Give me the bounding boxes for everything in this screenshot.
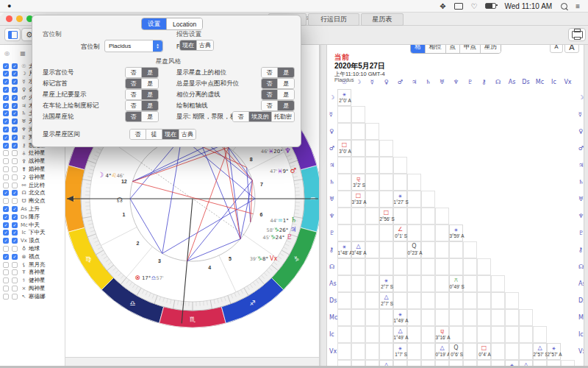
grid-cell[interactable] [351,208,365,224]
grid-cell[interactable] [365,140,379,157]
point-grid-checkbox[interactable] [12,269,18,275]
spotlight-icon[interactable] [561,3,567,10]
point-grid-checkbox[interactable]: ✓ [12,143,18,149]
grid-cell[interactable] [351,326,365,343]
menu-clock[interactable]: Wed 11:10 AM [504,2,552,10]
point-grid-checkbox[interactable] [12,198,18,204]
grid-cell[interactable] [421,191,435,208]
point-grid-checkbox[interactable]: ✓ [12,214,18,220]
aspect-cell[interactable]: □3°0' A [337,140,351,157]
grid-cell[interactable] [491,292,505,309]
window-tab-3[interactable]: 星历表 [361,13,404,26]
point-grid-checkbox[interactable] [12,166,18,172]
point-wheel-checkbox[interactable]: ✓ [3,95,9,101]
grid-cell[interactable] [393,258,407,275]
grid-cell[interactable] [407,258,421,275]
grid-cell[interactable] [351,275,365,292]
aspect-cell[interactable]: Q0°23' A [407,241,421,258]
point-wheel-checkbox[interactable]: ✓ [3,79,9,85]
grid-cell[interactable] [449,292,463,309]
grid-cell[interactable] [519,326,533,343]
point-grid-checkbox[interactable]: ✓ [12,238,18,244]
point-grid-checkbox[interactable]: ✓ [12,135,18,141]
grid-cell[interactable] [351,292,365,309]
grid-cell[interactable] [421,309,435,326]
aspect-cell[interactable]: ⚼3°16' A [435,326,449,343]
toggle-option[interactable]: 是 [278,101,294,110]
point-grid-checkbox[interactable]: ✓ [12,206,18,212]
toggle-option[interactable]: 否 [262,79,278,88]
point-wheel-checkbox[interactable]: ✓ [3,110,9,116]
grid-cell[interactable] [351,309,365,326]
point-grid-checkbox[interactable]: ✓ [12,127,18,132]
grid-cell[interactable] [365,224,379,241]
point-wheel-checkbox[interactable] [3,286,9,291]
grid-cell[interactable] [351,123,365,140]
point-wheel-checkbox[interactable]: ✓ [3,222,9,228]
aspect-cell[interactable]: ⚻0°49' S [449,275,463,292]
point-wheel-checkbox[interactable]: ✓ [3,63,9,69]
point-wheel-checkbox[interactable]: ✓ [3,214,9,220]
point-grid-checkbox[interactable] [12,158,18,164]
grid-cell[interactable] [337,275,351,292]
point-wheel-checkbox[interactable]: ✓ [3,127,9,132]
toggle-option[interactable]: 是 [142,79,158,88]
apple-menu-icon[interactable]: ● [7,2,11,10]
point-grid-checkbox[interactable] [12,262,18,268]
grid-cell[interactable] [379,157,393,174]
aspect-cell[interactable]: ⚼3°2' S [351,174,365,191]
grid-cell[interactable] [421,275,435,292]
grid-cell[interactable] [351,106,365,123]
point-wheel-checkbox[interactable]: ✓ [3,190,9,196]
toggle-option[interactable]: 徒 [146,130,162,139]
point-grid-checkbox[interactable] [12,286,18,291]
grid-cell[interactable] [337,326,351,343]
grid-cell[interactable] [421,208,435,224]
grid-cell[interactable] [337,208,351,224]
aspect-cell[interactable]: □3°33' A [351,191,365,208]
toggle-option[interactable]: 否 [126,90,142,99]
point-grid-checkbox[interactable]: ✓ [12,63,18,69]
point-wheel-checkbox[interactable] [3,277,9,283]
toggle-option[interactable]: 否 [262,101,278,110]
point-wheel-checkbox[interactable] [3,183,9,188]
grid-cell[interactable] [477,258,491,275]
grid-cell[interactable] [379,140,393,157]
toggle-option[interactable]: 埃及的 [249,112,272,121]
window-tab-2[interactable]: 行运日历 [308,13,359,26]
grid-cell[interactable] [393,157,407,174]
toggle-option[interactable]: 是 [278,79,294,88]
dialog-tab-location[interactable]: Location [167,18,202,29]
grid-cell[interactable] [505,326,519,343]
grid-cell[interactable] [351,157,365,174]
grid-cell[interactable] [463,309,477,326]
point-grid-checkbox[interactable]: ✓ [12,254,18,260]
point-grid-checkbox[interactable]: ✓ [12,79,18,85]
grid-cell[interactable] [435,208,449,224]
toggle-option[interactable]: 否 [126,79,142,88]
grid-cell[interactable] [491,275,505,292]
grid-cell[interactable] [463,292,477,309]
grid-cell[interactable] [463,258,477,275]
point-grid-checkbox[interactable]: ✓ [12,230,18,236]
grid-cell[interactable] [337,292,351,309]
toggle-option[interactable]: 是 [278,68,294,77]
toggle-option[interactable]: 否 [130,130,146,139]
aspect-cell[interactable]: □0°4' A [477,343,491,360]
toggle-option[interactable]: 现在 [180,40,197,50]
grid-cell[interactable] [421,292,435,309]
grid-cell[interactable] [435,258,449,275]
aspect-cell[interactable]: ⚹2°0' A [337,89,351,106]
grid-cell[interactable] [435,292,449,309]
toggle-option[interactable]: 否 [126,68,142,77]
grid-cell[interactable] [365,157,379,174]
grid-cell[interactable] [477,309,491,326]
point-wheel-checkbox[interactable]: ✓ [3,238,9,244]
point-wheel-checkbox[interactable]: ✓ [3,254,9,260]
point-grid-checkbox[interactable] [12,277,18,283]
grid-cell[interactable] [477,292,491,309]
grid-cell[interactable] [519,309,533,326]
point-wheel-checkbox[interactable] [3,174,9,180]
grid-cell[interactable] [463,326,477,343]
swift-icon[interactable]: ✥ [440,2,445,10]
